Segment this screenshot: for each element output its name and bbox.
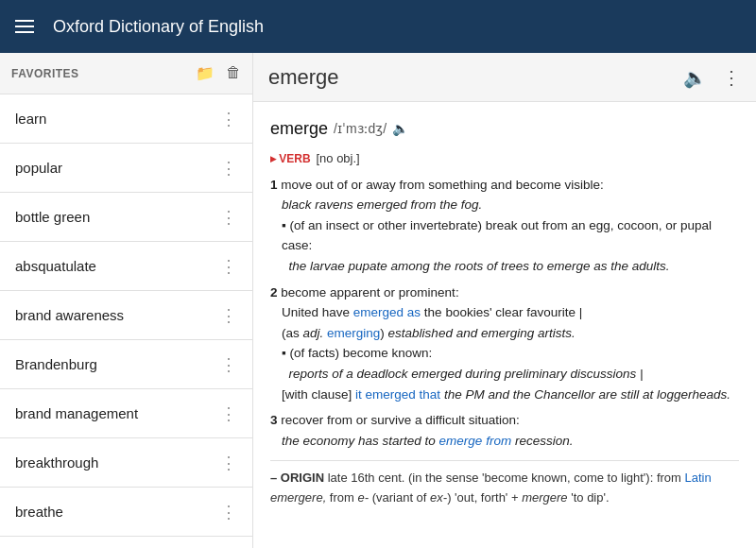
main-layout: FAVORITES 📁 🗑 learn ⋮ popular ⋮ bottle g… (0, 53, 756, 548)
sidebar-item-brand-awareness[interactable]: brand awareness ⋮ (0, 291, 252, 340)
word-main: emerge (270, 115, 328, 143)
sidebar-item-menu-icon[interactable]: ⋮ (216, 351, 241, 379)
sidebar-item-menu-icon[interactable]: ⋮ (216, 449, 241, 477)
definition-area: emerge /ɪˈmɜːdʒ/ 🔈 ▸ VERB [no obj.] 1 mo… (253, 102, 756, 548)
def-num-1: 1 (270, 178, 281, 192)
sidebar-item-label: Brandenburg (15, 356, 97, 372)
sidebar-item-label: absquatulate (15, 258, 96, 274)
sidebar-item-menu-icon[interactable]: ⋮ (216, 301, 241, 330)
sidebar-header-icons: 📁 🗑 (196, 64, 241, 82)
def-1-bullet-1: ▪ (of an insect or other invertebrate) b… (270, 215, 739, 277)
def-2-example: United have emerged as the bookies' clea… (270, 302, 739, 323)
def-2-bullet-1: (as adj. emerging) established and emerg… (270, 323, 739, 344)
content-header: emerge 🔈 ⋮ (253, 53, 756, 102)
word-phonetic: /ɪˈmɜːdʒ/ (334, 118, 387, 139)
sidebar-item-label: brand awareness (15, 307, 124, 323)
word-title-line: emerge /ɪˈmɜːdʒ/ 🔈 (270, 115, 739, 143)
definition-1: 1 move out of or away from something and… (270, 175, 739, 277)
sidebar-item-popular[interactable]: popular ⋮ (0, 144, 252, 193)
sidebar-item-breathless[interactable]: breathless ⋮ (0, 537, 252, 548)
def-3-example: the economy has started to emerge from r… (270, 431, 739, 452)
content-panel: emerge 🔈 ⋮ emerge /ɪˈmɜːdʒ/ 🔈 ▸ VERB [no… (253, 53, 756, 548)
part-of-speech: ▸ VERB (270, 152, 311, 165)
sidebar-item-brandenberg[interactable]: Brandenburg ⋮ (0, 340, 252, 389)
sidebar: FAVORITES 📁 🗑 learn ⋮ popular ⋮ bottle g… (0, 53, 253, 548)
sidebar-section-title: FAVORITES (11, 67, 79, 80)
sidebar-item-menu-icon[interactable]: ⋮ (216, 203, 241, 231)
sidebar-item-learn[interactable]: learn ⋮ (0, 94, 252, 144)
pos-line: ▸ VERB [no obj.] (270, 148, 739, 169)
sidebar-item-label: brand management (15, 405, 138, 421)
def-num-3: 3 (270, 413, 281, 427)
hamburger-icon[interactable] (15, 16, 34, 37)
sidebar-item-label: popular (15, 160, 62, 176)
def-1-example: black ravens emerged from the fog. (270, 195, 739, 215)
sidebar-item-menu-icon[interactable]: ⋮ (216, 498, 241, 526)
sidebar-list: learn ⋮ popular ⋮ bottle green ⋮ absquat… (0, 94, 252, 548)
inline-speaker-icon[interactable]: 🔈 (392, 118, 408, 139)
sidebar-header: FAVORITES 📁 🗑 (0, 53, 252, 94)
sidebar-item-breathe[interactable]: breathe ⋮ (0, 488, 252, 537)
folder-icon[interactable]: 📁 (196, 64, 215, 82)
definition-3: 3 recover from or survive a difficult si… (270, 410, 739, 451)
no-obj: [no obj.] (316, 151, 359, 165)
sidebar-item-brand-management[interactable]: brand management ⋮ (0, 389, 252, 438)
more-options-button[interactable]: ⋮ (722, 66, 741, 89)
origin-label: – ORIGIN (270, 471, 328, 485)
def-num-2: 2 (270, 285, 281, 300)
def-2-bullet-2: ▪ (of facts) become known: reports of a … (270, 343, 739, 404)
sidebar-item-menu-icon[interactable]: ⋮ (216, 252, 241, 281)
sidebar-item-menu-icon[interactable]: ⋮ (216, 400, 241, 428)
search-word-display: emerge (268, 65, 339, 90)
app-title: Oxford Dictionary of English (53, 17, 264, 37)
origin-block: – ORIGIN late 16th cent. (in the sense '… (270, 460, 739, 508)
content-header-icons: 🔈 ⋮ (683, 66, 741, 89)
sidebar-item-absquatulate[interactable]: absquatulate ⋮ (0, 242, 252, 291)
trash-icon[interactable]: 🗑 (226, 64, 241, 82)
sidebar-item-label: breathe (15, 504, 63, 520)
sidebar-item-label: learn (15, 111, 46, 127)
sidebar-item-label: breakthrough (15, 454, 98, 471)
sidebar-item-menu-icon[interactable]: ⋮ (216, 154, 241, 182)
app-header: Oxford Dictionary of English (0, 0, 756, 53)
definition-2: 2 become apparent or prominent: United h… (270, 283, 739, 405)
latin-link: Latin (685, 471, 712, 485)
sidebar-item-label: bottle green (15, 209, 90, 225)
sidebar-item-breakthrough[interactable]: breakthrough ⋮ (0, 438, 252, 488)
sidebar-item-menu-icon[interactable]: ⋮ (216, 105, 241, 133)
speaker-button[interactable]: 🔈 (683, 66, 707, 89)
sidebar-item-bottle-green[interactable]: bottle green ⋮ (0, 193, 252, 242)
